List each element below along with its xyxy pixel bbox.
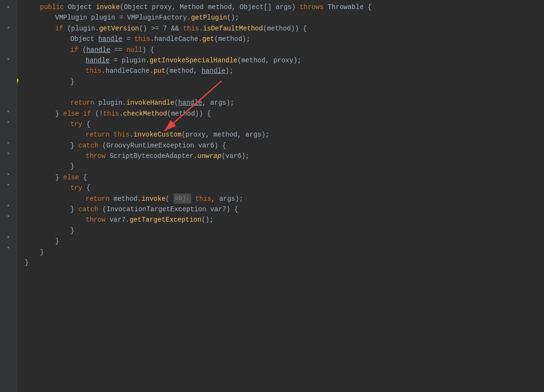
token: () >= 7 && — [139, 23, 183, 34]
lightbulb-icon[interactable]: 💡 — [17, 78, 20, 88]
gutter-marker: ● — [5, 201, 12, 211]
token: } — [55, 108, 63, 119]
token: (); — [227, 12, 239, 23]
token — [94, 34, 98, 44]
token: (); — [202, 215, 214, 225]
token: invoke — [142, 194, 165, 204]
token: if — [55, 23, 67, 34]
token: getVersion — [99, 23, 139, 34]
gutter-marker: ● — [5, 23, 12, 33]
token: . — [187, 12, 191, 23]
code-line: return this.invokeCustom(proxy, method, … — [25, 129, 544, 140]
token: catch — [78, 140, 102, 151]
gutter-marker — [5, 65, 12, 75]
token: = plugin. — [109, 55, 149, 66]
gutter-marker: ● — [5, 169, 12, 180]
gutter: ◆●●●●●●●●●●●● — [0, 0, 17, 392]
gutter-marker: ● — [5, 232, 12, 243]
token: (method)) { — [167, 108, 211, 119]
code-line: } catch (GroovyRuntimeException var6) { — [25, 140, 544, 151]
token: throw — [86, 215, 109, 225]
gutter-marker: ● — [5, 54, 12, 65]
token: == — [110, 45, 126, 55]
gutter-marker — [5, 222, 12, 232]
gutter-marker: ◆ — [5, 2, 12, 12]
token: Object — [70, 34, 94, 44]
token: (method)) { — [263, 23, 307, 34]
code-line: public Object invoke(Object proxy, Metho… — [25, 2, 544, 12]
code-line: handle = plugin.getInvokeSpecialHandle(m… — [25, 55, 544, 66]
gutter-marker — [5, 190, 12, 201]
token: ( — [174, 98, 178, 108]
token: get — [202, 34, 214, 44]
token: checkMethod — [123, 108, 167, 119]
code-line: throw var7.getTargetException(); — [25, 215, 544, 225]
token: (method, — [165, 66, 202, 76]
token: plugin. — [98, 98, 126, 108]
token: plugin = — [87, 12, 127, 23]
code-line: return method.invoke( obj: this, args); — [25, 194, 544, 204]
code-line: } catch (InvocationTargetException var7)… — [25, 204, 544, 215]
token: (proxy, method, args); — [182, 129, 270, 140]
token: return — [70, 98, 98, 108]
token: obj: — [174, 194, 191, 204]
token: handle — [202, 66, 225, 76]
token: invokeHandle — [126, 98, 175, 108]
token: , args); — [202, 98, 234, 108]
gutter-marker: ● — [5, 180, 12, 190]
code-line: } — [25, 247, 544, 257]
token: (var6); — [222, 151, 250, 161]
token: return — [86, 194, 114, 204]
code-line: VMPlugin plugin = VMPluginFactory.getPlu… — [25, 12, 544, 23]
token: ( — [102, 204, 106, 215]
code-line: } else { — [25, 172, 544, 183]
token: . — [119, 108, 123, 119]
code-line: throw ScriptBytecodeAdapter.unwrap(var6)… — [25, 151, 544, 161]
gutter-marker — [5, 253, 12, 264]
code-area[interactable]: public Object invoke(Object proxy, Metho… — [17, 0, 544, 392]
gutter-marker: ● — [5, 243, 12, 253]
token: var7) { — [206, 204, 238, 215]
token: Object — [68, 2, 96, 12]
code-line: } — [25, 161, 544, 172]
token: ) { — [142, 45, 154, 55]
gutter-marker: ● — [5, 138, 12, 148]
token: } — [55, 172, 63, 183]
token: GroovyRuntimeException — [107, 140, 194, 151]
token: catch — [78, 204, 102, 215]
gutter-marker — [5, 96, 12, 107]
token: (method); — [214, 34, 251, 44]
token: { — [87, 183, 90, 193]
code-line: } — [25, 225, 544, 236]
gutter-marker: ● — [5, 107, 12, 117]
token: this — [134, 34, 150, 44]
token: = — [122, 34, 134, 44]
token: unwrap — [197, 151, 221, 161]
token: { — [83, 172, 87, 183]
token: public — [40, 2, 68, 12]
gutter-marker: ● — [5, 211, 12, 222]
editor-container: ◆●●●●●●●●●●●● public Object invoke(Objec… — [0, 0, 544, 392]
token: (method, proxy); — [237, 55, 301, 66]
token: .handleCache. — [102, 66, 154, 76]
token: method. — [114, 194, 142, 204]
token: ( — [165, 194, 174, 204]
code-line: } — [25, 236, 544, 246]
token: handle — [87, 45, 110, 55]
token: invokeCustom — [134, 129, 182, 140]
token: handle — [86, 55, 109, 66]
token: ( — [82, 45, 86, 55]
code-line: if (plugin.getVersion() >= 7 && this.isD… — [25, 23, 544, 34]
token: else — [63, 172, 83, 183]
token: } — [70, 204, 78, 215]
token: Throwable { — [324, 2, 372, 12]
gutter-marker: ● — [5, 117, 12, 127]
token: throw — [86, 151, 109, 161]
code-line: Object handle = this.handleCache.get(met… — [25, 34, 544, 44]
token: InvocationTargetException — [107, 204, 206, 215]
code-line: this.handleCache.put(method, handle); — [25, 66, 544, 76]
token: else if — [63, 108, 95, 119]
token: . — [194, 151, 197, 161]
token: this — [183, 23, 199, 34]
token: ); — [225, 66, 233, 76]
